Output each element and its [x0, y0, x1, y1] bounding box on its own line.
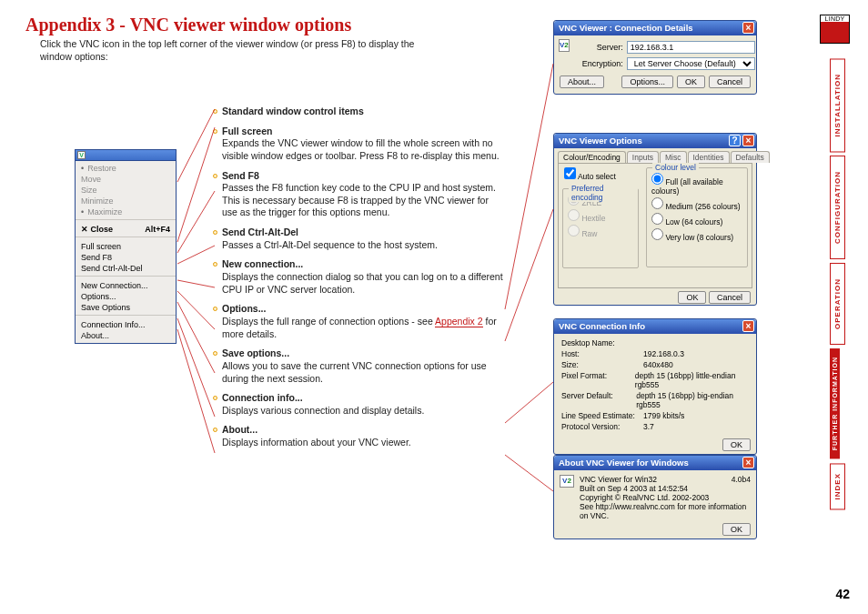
close-icon[interactable]: × — [742, 320, 754, 332]
encryption-select[interactable]: Let Server Choose (Default) — [627, 57, 755, 70]
menu-close-label: ✕ Close — [81, 225, 113, 234]
menu-fullscreen[interactable]: Full screen — [76, 241, 176, 252]
dialog-about: About VNC Viewer for Windows× V2 VNC Vie… — [553, 455, 757, 539]
desc-options: Options...Displays the full range of con… — [222, 303, 504, 340]
close-icon[interactable]: × — [742, 457, 754, 468]
menu-maximize[interactable]: Maximize — [76, 206, 176, 217]
about-version: 4.0b4 — [732, 475, 751, 484]
bullet-icon — [213, 428, 217, 432]
menu-send-cad[interactable]: Send Ctrl-Alt-Del — [76, 263, 176, 274]
svg-line-2 — [177, 191, 215, 253]
tab-misc[interactable]: Misc — [660, 151, 686, 163]
bullet-icon — [213, 262, 217, 267]
menu-options[interactable]: Options... — [76, 291, 176, 302]
options-tabs: Colour/Encoding Inputs Misc Identities D… — [554, 148, 756, 163]
encoding-hextile-radio[interactable]: Hextile — [568, 208, 633, 224]
menu-about[interactable]: About... — [76, 330, 176, 341]
about-built: Built on Sep 4 2003 at 14:52:54 — [580, 484, 751, 493]
menu-move[interactable]: Move — [76, 174, 176, 185]
tab-colour-encoding[interactable]: Colour/Encoding — [558, 151, 626, 163]
ok-button[interactable]: OK — [722, 523, 751, 536]
dialog-titlebar: About VNC Viewer for Windows× — [554, 456, 756, 470]
server-input[interactable] — [627, 41, 755, 54]
auto-select-checkbox[interactable]: Auto select — [559, 164, 642, 185]
info-row: Size:640x480 — [554, 359, 756, 370]
tab-installation[interactable]: INSTALLATION — [830, 58, 845, 152]
colour-verylow-radio[interactable]: Very low (8 colours) — [651, 227, 742, 243]
ok-button[interactable]: OK — [722, 438, 751, 451]
colour-medium-radio[interactable]: Medium (256 colours) — [651, 196, 742, 212]
dialog-titlebar: VNC Viewer : Connection Details× — [554, 21, 756, 35]
info-row: Host:192.168.0.3 — [554, 348, 756, 359]
encryption-label: Encryption: — [578, 59, 623, 68]
close-icon[interactable]: × — [742, 135, 754, 146]
svg-line-1 — [177, 127, 215, 242]
page-title: Appendix 3 - VNC viewer window options — [25, 15, 351, 35]
colour-group-label: Colour level — [652, 163, 699, 172]
svg-line-12 — [505, 455, 553, 491]
menu-close-accel: Alt+F4 — [145, 225, 170, 234]
vnc-icon: V — [77, 151, 86, 159]
menu-close[interactable]: ✕ Close Alt+F4 — [76, 224, 176, 235]
svg-line-3 — [177, 246, 215, 264]
svg-line-11 — [505, 382, 553, 423]
dialog-connection-details: VNC Viewer : Connection Details× V2 Serv… — [553, 20, 757, 95]
menu-new-connection[interactable]: New Connection... — [76, 280, 176, 291]
help-icon[interactable]: ? — [729, 135, 741, 146]
section-tabs: INSTALLATION CONFIGURATION OPERATION FUR… — [830, 58, 850, 513]
encoding-raw-radio[interactable]: Raw — [568, 224, 633, 239]
bullet-icon — [213, 174, 217, 178]
cancel-button[interactable]: Cancel — [709, 75, 751, 88]
tab-further-information[interactable]: FURTHER INFORMATION — [830, 348, 840, 458]
dialog-connection-info: VNC Connection Info× Desktop Name: Host:… — [553, 318, 757, 455]
menu-titlebar: V — [76, 150, 176, 161]
menu-send-f8[interactable]: Send F8 — [76, 252, 176, 263]
about-url: See http://www.realvnc.com for more info… — [580, 502, 751, 520]
menu-size[interactable]: Size — [76, 185, 176, 196]
info-row: Server Default:depth 15 (16bpp) big-endi… — [554, 390, 756, 410]
tab-identities[interactable]: Identities — [688, 151, 730, 163]
svg-line-10 — [505, 209, 553, 341]
svg-line-0 — [177, 109, 215, 182]
info-row: Pixel Format:depth 15 (16bpp) little-end… — [554, 370, 756, 390]
options-button[interactable]: Options... — [621, 75, 673, 88]
desc-connection-info: Connection info...Displays various conne… — [222, 392, 504, 417]
tab-configuration[interactable]: CONFIGURATION — [830, 156, 845, 259]
vnc-logo-icon: V2 — [560, 475, 574, 488]
menu-minimize[interactable]: Minimize — [76, 196, 176, 206]
dialog-titlebar: VNC Connection Info× — [554, 319, 756, 334]
tab-index[interactable]: INDEX — [830, 463, 845, 509]
about-copyright: Copyright © RealVNC Ltd. 2002-2003 — [580, 493, 751, 502]
intro-text: Click the VNC icon in the top left corne… — [40, 38, 431, 63]
tab-defaults[interactable]: Defaults — [731, 151, 770, 163]
desc-standard: Standard window control items — [222, 106, 504, 118]
colour-full-radio[interactable]: Full (all available colours) — [651, 172, 742, 196]
svg-line-6 — [177, 302, 215, 373]
cancel-button[interactable]: Cancel — [709, 291, 751, 304]
menu-restore[interactable]: Restore — [76, 163, 176, 174]
desc-send-f8: Send F8Passes the F8 function key code t… — [222, 170, 504, 220]
tab-inputs[interactable]: Inputs — [627, 151, 659, 163]
page-number: 42 — [835, 587, 850, 601]
menu-connection-info[interactable]: Connection Info... — [76, 319, 176, 330]
lindy-logo — [820, 15, 850, 44]
menu-save-options[interactable]: Save Options — [76, 302, 176, 313]
bullet-icon — [213, 109, 217, 114]
bullet-icon — [213, 230, 217, 235]
svg-line-9 — [505, 64, 553, 309]
bullet-icon — [213, 307, 217, 311]
info-row: Line Speed Estimate:1799 kbits/s — [554, 410, 756, 421]
vnc-context-menu: V Restore Move Size Minimize Maximize ✕ … — [75, 149, 177, 344]
ok-button[interactable]: OK — [677, 75, 705, 88]
close-icon[interactable]: × — [742, 22, 754, 34]
info-row: Protocol Version:3.7 — [554, 421, 756, 432]
server-label: Server: — [578, 43, 623, 52]
appendix-2-link[interactable]: Appendix 2 — [435, 316, 483, 327]
svg-line-4 — [177, 280, 215, 287]
colour-low-radio[interactable]: Low (64 colours) — [651, 212, 742, 227]
descriptions-column: Standard window control items Full scree… — [222, 106, 504, 457]
about-button[interactable]: About... — [560, 75, 604, 88]
tab-operation[interactable]: OPERATION — [830, 263, 845, 345]
ok-button[interactable]: OK — [678, 291, 706, 304]
desc-about: About...Displays information about your … — [222, 424, 504, 448]
